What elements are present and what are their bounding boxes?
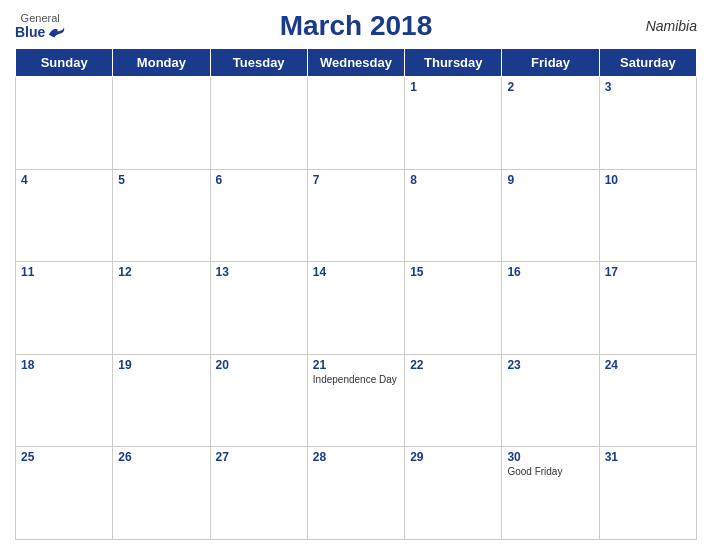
day-number-22: 22 bbox=[410, 358, 496, 372]
day-cell-10: 10 bbox=[599, 169, 696, 262]
day-number-26: 26 bbox=[118, 450, 204, 464]
day-number-24: 24 bbox=[605, 358, 691, 372]
country-label: Namibia bbox=[646, 18, 697, 34]
day-cell-empty bbox=[113, 77, 210, 170]
day-cell-2: 2 bbox=[502, 77, 599, 170]
day-number-1: 1 bbox=[410, 80, 496, 94]
day-cell-23: 23 bbox=[502, 354, 599, 447]
week-row-4: 18192021Independence Day222324 bbox=[16, 354, 697, 447]
day-number-31: 31 bbox=[605, 450, 691, 464]
header-tuesday: Tuesday bbox=[210, 49, 307, 77]
day-number-9: 9 bbox=[507, 173, 593, 187]
day-number-4: 4 bbox=[21, 173, 107, 187]
day-cell-6: 6 bbox=[210, 169, 307, 262]
day-number-21: 21 bbox=[313, 358, 399, 372]
day-cell-9: 9 bbox=[502, 169, 599, 262]
day-cell-15: 15 bbox=[405, 262, 502, 355]
day-cell-19: 19 bbox=[113, 354, 210, 447]
header-wednesday: Wednesday bbox=[307, 49, 404, 77]
logo-general: General bbox=[21, 12, 60, 24]
day-cell-7: 7 bbox=[307, 169, 404, 262]
header-friday: Friday bbox=[502, 49, 599, 77]
day-cell-21: 21Independence Day bbox=[307, 354, 404, 447]
logo-blue: Blue bbox=[15, 24, 65, 40]
day-cell-17: 17 bbox=[599, 262, 696, 355]
day-cell-31: 31 bbox=[599, 447, 696, 540]
day-cell-18: 18 bbox=[16, 354, 113, 447]
day-number-30: 30 bbox=[507, 450, 593, 464]
week-row-2: 45678910 bbox=[16, 169, 697, 262]
day-number-19: 19 bbox=[118, 358, 204, 372]
day-cell-empty bbox=[210, 77, 307, 170]
header-thursday: Thursday bbox=[405, 49, 502, 77]
calendar-title: March 2018 bbox=[280, 10, 433, 42]
header-saturday: Saturday bbox=[599, 49, 696, 77]
day-number-12: 12 bbox=[118, 265, 204, 279]
calendar-header: General Blue March 2018 Namibia bbox=[15, 10, 697, 42]
day-cell-14: 14 bbox=[307, 262, 404, 355]
day-number-29: 29 bbox=[410, 450, 496, 464]
day-cell-20: 20 bbox=[210, 354, 307, 447]
day-cell-24: 24 bbox=[599, 354, 696, 447]
day-number-25: 25 bbox=[21, 450, 107, 464]
day-cell-empty bbox=[16, 77, 113, 170]
day-number-20: 20 bbox=[216, 358, 302, 372]
day-number-14: 14 bbox=[313, 265, 399, 279]
event-21: Independence Day bbox=[313, 374, 399, 385]
weekday-header-row: Sunday Monday Tuesday Wednesday Thursday… bbox=[16, 49, 697, 77]
day-number-16: 16 bbox=[507, 265, 593, 279]
day-number-2: 2 bbox=[507, 80, 593, 94]
week-row-3: 11121314151617 bbox=[16, 262, 697, 355]
day-cell-22: 22 bbox=[405, 354, 502, 447]
day-cell-25: 25 bbox=[16, 447, 113, 540]
day-cell-27: 27 bbox=[210, 447, 307, 540]
day-cell-4: 4 bbox=[16, 169, 113, 262]
day-number-27: 27 bbox=[216, 450, 302, 464]
day-number-11: 11 bbox=[21, 265, 107, 279]
day-number-10: 10 bbox=[605, 173, 691, 187]
day-number-7: 7 bbox=[313, 173, 399, 187]
day-number-8: 8 bbox=[410, 173, 496, 187]
day-number-18: 18 bbox=[21, 358, 107, 372]
day-number-23: 23 bbox=[507, 358, 593, 372]
day-cell-30: 30Good Friday bbox=[502, 447, 599, 540]
event-30: Good Friday bbox=[507, 466, 593, 477]
day-cell-12: 12 bbox=[113, 262, 210, 355]
day-number-6: 6 bbox=[216, 173, 302, 187]
day-cell-3: 3 bbox=[599, 77, 696, 170]
day-number-5: 5 bbox=[118, 173, 204, 187]
day-number-3: 3 bbox=[605, 80, 691, 94]
day-number-15: 15 bbox=[410, 265, 496, 279]
day-number-28: 28 bbox=[313, 450, 399, 464]
day-cell-29: 29 bbox=[405, 447, 502, 540]
day-cell-5: 5 bbox=[113, 169, 210, 262]
header-sunday: Sunday bbox=[16, 49, 113, 77]
day-cell-28: 28 bbox=[307, 447, 404, 540]
week-row-5: 252627282930Good Friday31 bbox=[16, 447, 697, 540]
logo: General Blue bbox=[15, 12, 65, 40]
day-number-17: 17 bbox=[605, 265, 691, 279]
day-cell-11: 11 bbox=[16, 262, 113, 355]
day-cell-13: 13 bbox=[210, 262, 307, 355]
day-cell-16: 16 bbox=[502, 262, 599, 355]
day-cell-1: 1 bbox=[405, 77, 502, 170]
day-number-13: 13 bbox=[216, 265, 302, 279]
day-cell-empty bbox=[307, 77, 404, 170]
calendar-body: 123456789101112131415161718192021Indepen… bbox=[16, 77, 697, 540]
day-cell-26: 26 bbox=[113, 447, 210, 540]
calendar-table: Sunday Monday Tuesday Wednesday Thursday… bbox=[15, 48, 697, 540]
day-cell-8: 8 bbox=[405, 169, 502, 262]
header-monday: Monday bbox=[113, 49, 210, 77]
week-row-1: 123 bbox=[16, 77, 697, 170]
